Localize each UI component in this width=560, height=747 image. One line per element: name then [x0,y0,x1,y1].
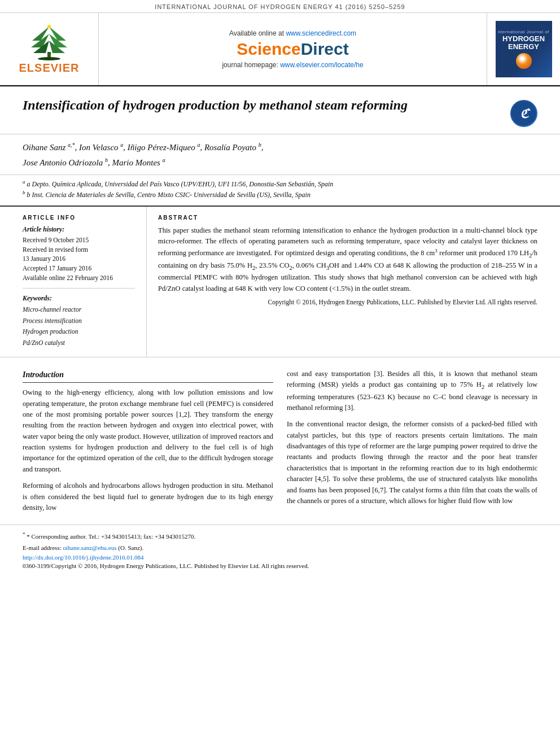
journal-homepage-link[interactable]: www.elsevier.com/locate/he [280,61,363,69]
authors-section: Oihane Sanz a,*, Ion Velasco a, Iñigo Pé… [0,134,560,175]
abstract-text: This paper studies the methanol steam re… [158,225,537,294]
sciencedirect-link[interactable]: www.sciencedirect.com [286,29,356,37]
journal-header-text: INTERNATIONAL JOURNAL OF HYDROGEN ENERGY… [155,3,405,10]
author-sup-a4: a [163,157,165,163]
article-info-col: ARTICLE INFO Article history: Received 9… [23,207,147,357]
crossmark-badge: ℭ [510,100,537,127]
info-divider-1 [23,288,135,289]
content-col-left: Introduction Owing to the high-energy ef… [23,369,273,519]
elsevier-brand-text: ELSEVIER [19,62,80,75]
hydrogen-logo-box: nternational Journal of HYDROGENENERGY [487,13,560,85]
journal-header-bar: INTERNATIONAL JOURNAL OF HYDROGEN ENERGY… [0,0,560,13]
sub-3: 3 [326,264,329,270]
intro-paragraph-4: In the conventional reactor design, the … [287,419,537,506]
footer-corresponding: * * Corresponding author. Tel.: +34 9430… [23,531,537,541]
abstract-label: ABSTRACT [158,215,537,221]
superscript-3: 3 [435,248,438,254]
top-section: ELSEVIER Available online at www.science… [0,13,560,86]
intro-paragraph-2: Reforming of alcohols and hydrocarbons a… [23,480,273,513]
content-col-right: cost and easy transportation [3]. Beside… [287,369,537,519]
keywords-title: Keywords: [23,294,135,303]
keyword-4: Pd/ZnO catalyst [23,338,135,349]
authors-line: Oihane Sanz a,*, Ion Velasco a, Iñigo Pé… [23,140,537,170]
affiliation-a: a a Depto. Química Aplicada, Universidad… [23,178,537,189]
two-col-content: Introduction Owing to the high-energy ef… [23,369,537,519]
footer-doi-line: http://dx.doi.org/10.1016/j.ijhydene.201… [23,554,537,561]
footer-email: E-mail address: oihane.sanz@ehu.eus (O. … [23,543,537,553]
revised-label: Received in revised form [23,245,135,255]
article-title-text: Intensification of hydrogen production b… [23,97,499,114]
star-sup: * [23,531,25,537]
keyword-1: Micro-channel reactor [23,304,135,316]
article-body: ARTICLE INFO Article history: Received 9… [0,207,560,357]
sub-2b: 2 [252,264,255,270]
hydrogen-badge-circle-icon [516,53,532,69]
intro-paragraph-3: cost and easy transportation [3]. Beside… [287,369,537,414]
center-header: Available online at www.sciencedirect.co… [99,13,487,85]
keywords-list: Micro-channel reactor Process intensific… [23,304,135,348]
received-date: Received 9 October 2015 [23,235,135,245]
introduction-title: Introduction [23,369,273,383]
keyword-3: Hydrogen production [23,326,135,338]
page-footer: * * Corresponding author. Tel.: +34 9430… [0,525,560,573]
article-title-section: Intensification of hydrogen production b… [0,86,560,134]
accepted-date: Accepted 17 January 2016 [23,264,135,273]
affiliation-b: b b Inst. Ciencia de Materiales de Sevil… [23,189,537,200]
elsevier-tree-icon [21,24,77,60]
sub-2d: 2 [482,383,484,390]
sub-2c: 2 [289,264,292,270]
footer-email-link[interactable]: oihane.sanz@ehu.eus [63,544,116,551]
article-history-title: Article history: [23,225,135,234]
elsevier-logo-box: ELSEVIER [0,13,99,85]
revised-date: 13 January 2016 [23,254,135,264]
intro-paragraph-1: Owing to the high-energy efficiency, alo… [23,387,273,475]
keyword-2: Process intensification [23,316,135,327]
main-content: Introduction Owing to the high-energy ef… [0,357,560,525]
affiliations-section: a a Depto. Química Aplicada, Universidad… [0,175,560,207]
hydrogen-journal-badge: nternational Journal of HYDROGENENERGY [496,21,552,77]
article-info-label: ARTICLE INFO [23,215,135,221]
footer-doi-link[interactable]: http://dx.doi.org/10.1016/j.ijhydene.201… [23,554,144,561]
svg-point-8 [47,25,51,28]
available-online-text: Available online at www.sciencedirect.co… [229,29,356,37]
hydrogen-badge-hydrogen: HYDROGENENERGY [502,35,545,51]
abstract-col: ABSTRACT This paper studies the methanol… [147,207,537,357]
author-sup-a1: a,* [68,142,75,148]
sub-2a: 2 [529,252,532,258]
sciencedirect-logo: ScienceDirect [237,40,348,59]
journal-homepage-text: journal homepage: www.elsevier.com/locat… [222,61,363,69]
available-online-date: Available online 22 February 2016 [23,273,135,283]
crossmark-icon: ℭ [510,100,537,127]
article-main-title: Intensification of hydrogen production b… [23,97,499,114]
abstract-copyright: Copyright © 2016, Hydrogen Energy Public… [158,298,537,307]
svg-point-1 [38,57,60,60]
footer-copyright: 0360-3199/Copyright © 2016, Hydrogen Ene… [23,562,537,569]
